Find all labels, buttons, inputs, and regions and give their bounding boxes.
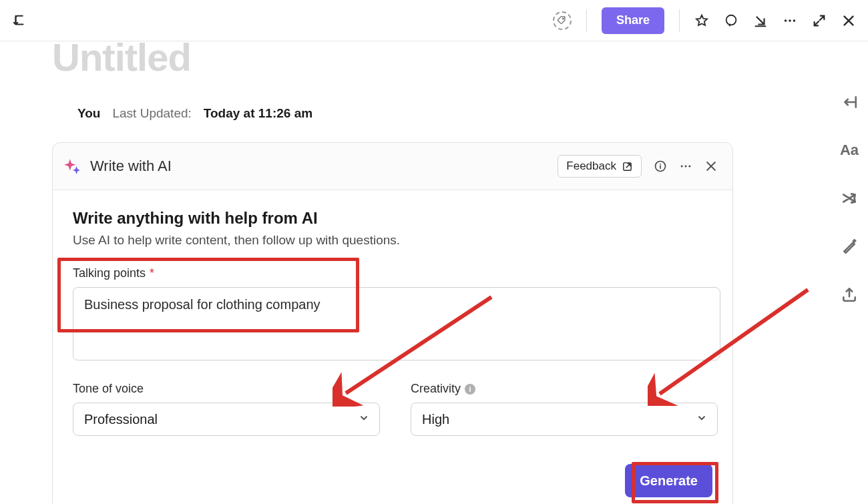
doc-meta: You Last Updated: Today at 11:26 am: [0, 106, 868, 121]
talking-points-input[interactable]: [73, 287, 720, 360]
right-sidebar: Aa: [840, 93, 859, 303]
ai-subheading: Use AI to help write content, then follo…: [73, 233, 712, 248]
tone-select[interactable]: Professional: [73, 403, 380, 436]
creativity-label: Creativity i: [411, 382, 718, 396]
download-arrow-icon[interactable]: [753, 13, 768, 28]
ai-heading: Write anything with help from AI: [73, 209, 712, 228]
magic-wand-icon[interactable]: [841, 238, 858, 255]
ai-sparkle-icon: [63, 158, 81, 175]
more-icon[interactable]: [783, 13, 797, 28]
svg-point-3: [789, 19, 791, 22]
svg-point-9: [688, 166, 690, 168]
feedback-label: Feedback: [566, 160, 616, 173]
write-with-ai-panel: Write with AI Feedback Write anything wi…: [52, 142, 733, 504]
expand-icon[interactable]: [812, 13, 827, 28]
back-icon[interactable]: [12, 13, 27, 28]
creativity-select[interactable]: High: [411, 403, 718, 436]
close-icon[interactable]: [704, 160, 718, 173]
upload-icon[interactable]: [841, 286, 858, 303]
svg-point-1: [726, 15, 736, 25]
creativity-value: High: [422, 412, 449, 427]
favorite-icon[interactable]: [694, 13, 709, 28]
info-icon[interactable]: [654, 160, 667, 173]
doc-author: You: [77, 106, 100, 121]
comment-icon[interactable]: [724, 13, 738, 28]
share-button[interactable]: Share: [602, 7, 664, 34]
ai-panel-header: Write with AI Feedback: [53, 143, 732, 190]
tone-label: Tone of voice: [73, 382, 380, 396]
info-icon[interactable]: i: [465, 384, 475, 395]
svg-point-7: [681, 166, 683, 168]
feedback-button[interactable]: Feedback: [558, 155, 642, 178]
svg-point-2: [785, 19, 787, 22]
required-asterisk: *: [150, 266, 154, 280]
close-icon[interactable]: [841, 13, 856, 28]
collapse-icon[interactable]: [841, 93, 858, 111]
chevron-down-icon: [358, 412, 370, 427]
talking-points-label: Talking points *: [73, 266, 712, 280]
updated-time: Today at 11:26 am: [204, 106, 312, 121]
tone-value: Professional: [84, 412, 158, 427]
chevron-down-icon: [696, 412, 708, 427]
svg-point-4: [793, 19, 796, 22]
more-icon[interactable]: [679, 160, 692, 173]
shuffle-icon[interactable]: [841, 190, 858, 207]
typography-button[interactable]: Aa: [840, 142, 859, 159]
svg-point-0: [563, 18, 564, 19]
generate-button[interactable]: Generate: [625, 464, 712, 497]
page-title[interactable]: Untitled: [0, 35, 868, 79]
tag-icon[interactable]: [553, 11, 572, 30]
updated-label: Last Updated:: [112, 106, 191, 121]
ai-panel-title: Write with AI: [90, 158, 172, 175]
divider: [586, 9, 587, 32]
svg-point-8: [685, 166, 687, 168]
divider: [679, 9, 680, 32]
